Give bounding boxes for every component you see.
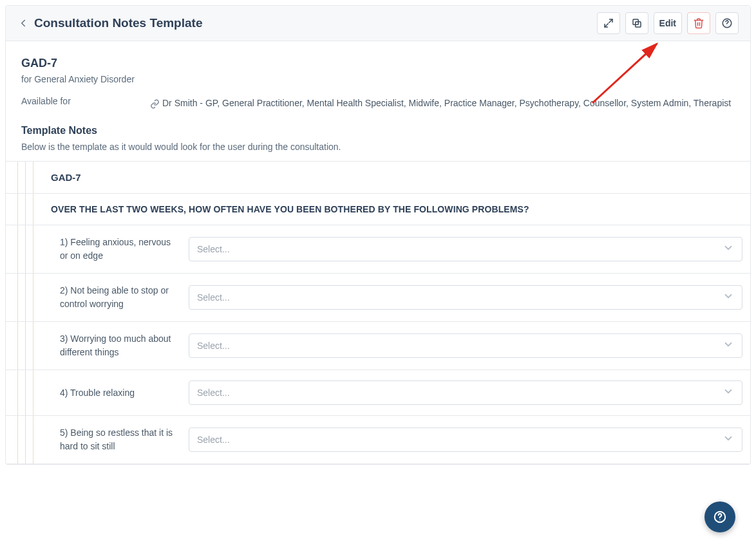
svg-point-8 [719,520,720,520]
notes-section-title: Template Notes [21,125,735,136]
question-select[interactable]: Select... [189,237,742,261]
question-row: 4) Trouble relaxing Select... [6,370,750,416]
question-select[interactable]: Select... [189,380,742,405]
expand-button[interactable] [597,12,620,34]
chevron-down-icon [723,386,734,400]
notes-section-description: Below is the template as it would would … [21,142,735,152]
chevron-down-icon [723,242,734,256]
help-fab[interactable] [704,501,735,532]
duplicate-button[interactable] [625,12,648,34]
template-preview: GAD-7 OVER THE LAST TWO WEEKS, HOW OFTEN… [6,161,750,464]
question-select[interactable]: Select... [189,427,742,452]
question-row: 1) Feeling anxious, nervous or on edge S… [6,225,750,274]
svg-point-5 [727,25,728,26]
question-label: 3) Worrying too much about different thi… [60,332,176,359]
link-icon [150,99,160,109]
available-for-value: Dr Smith - GP, General Practitioner, Men… [150,96,735,111]
question-label: 2) Not being able to stop or control wor… [60,284,176,311]
svg-line-0 [609,19,612,23]
select-placeholder: Select... [197,341,230,351]
question-row: 5) Being so restless that it is hard to … [6,416,750,464]
select-placeholder: Select... [197,435,230,445]
template-name: GAD-7 [21,57,735,70]
question-label: 5) Being so restless that it is hard to … [60,426,176,453]
question-select[interactable]: Select... [189,285,742,310]
delete-button[interactable] [687,12,710,34]
question-select[interactable]: Select... [189,333,742,358]
question-row: 2) Not being able to stop or control wor… [6,274,750,322]
form-heading: GAD-7 [51,172,742,183]
chevron-down-icon [723,339,734,353]
form-prompt: OVER THE LAST TWO WEEKS, HOW OFTEN HAVE … [51,204,742,214]
available-for-label: Available for [21,96,144,111]
chevron-down-icon [723,433,734,447]
question-row: 3) Worrying too much about different thi… [6,322,750,370]
select-placeholder: Select... [197,292,230,303]
question-label: 4) Trouble relaxing [60,386,176,400]
chevron-down-icon [723,290,734,305]
question-label: 1) Feeling anxious, nervous or on edge [60,236,176,263]
help-button[interactable] [715,12,739,34]
topbar: Consultation Notes Template Edit [6,6,750,41]
page-title: Consultation Notes Template [34,16,202,30]
template-description: for General Anxiety Disorder [21,74,735,84]
back-icon[interactable] [17,17,29,29]
svg-line-1 [605,24,608,27]
select-placeholder: Select... [197,244,230,254]
select-placeholder: Select... [197,388,230,398]
edit-button[interactable]: Edit [654,12,682,34]
